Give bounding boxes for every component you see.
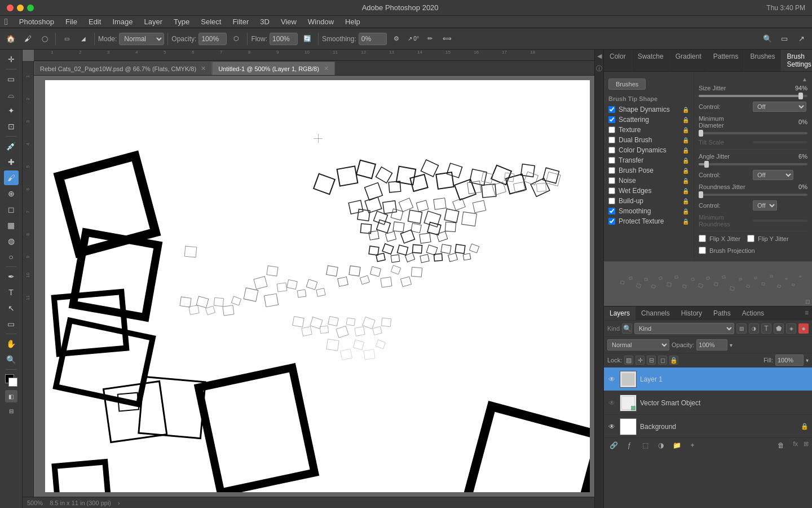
- symmetry-icon[interactable]: ⟺: [440, 32, 454, 46]
- layers-tab[interactable]: Layers: [604, 306, 636, 320]
- wet-edges-item[interactable]: Wet Edges 🔒: [604, 186, 694, 196]
- flip-x-checkbox[interactable]: [699, 235, 706, 242]
- quick-mask-btn[interactable]: ◧: [5, 390, 17, 402]
- size-jitter-track[interactable]: [699, 95, 807, 97]
- new-group-btn[interactable]: 📁: [670, 440, 683, 450]
- brushes-btn[interactable]: Brushes: [608, 78, 646, 90]
- lock-vector-icon[interactable]: ◻: [658, 356, 667, 365]
- texture-checkbox[interactable]: [608, 126, 615, 133]
- vector-visibility[interactable]: 👁: [607, 398, 616, 408]
- tab-color[interactable]: Color: [604, 50, 632, 71]
- tab-swatches[interactable]: Swatche: [632, 50, 670, 71]
- shape-filter-icon[interactable]: ⬟: [774, 323, 784, 334]
- tab-brushes[interactable]: Brushes: [744, 50, 781, 71]
- scattering-lock[interactable]: 🔒: [682, 117, 689, 123]
- link-layers-btn[interactable]: 🔗: [607, 440, 620, 450]
- mode-select[interactable]: Normal Multiply Screen: [119, 33, 164, 45]
- tab-brush-settings[interactable]: Brush Settings: [781, 50, 812, 71]
- layer-item-vector[interactable]: 👁 Vector Smart Object: [604, 391, 812, 415]
- menu-edit[interactable]: Edit: [84, 17, 105, 27]
- menu-filter[interactable]: Filter: [228, 17, 253, 27]
- smoothing-lock[interactable]: 🔒: [682, 208, 689, 214]
- doc-tab-1[interactable]: Rebel Cats_02_Page10W.psd @ 66.7% (Flats…: [34, 62, 212, 75]
- expand-icon[interactable]: ▲: [802, 76, 807, 82]
- layer-mask-btn[interactable]: ⬚: [639, 440, 651, 450]
- menu-select[interactable]: Select: [196, 17, 226, 27]
- brush-pose-lock[interactable]: 🔒: [682, 168, 689, 174]
- smoothing-checkbox[interactable]: [608, 208, 615, 214]
- pressure-icon[interactable]: ✏: [423, 32, 438, 46]
- control-select-3[interactable]: Off: [753, 200, 777, 211]
- clone-tool[interactable]: ⊕: [4, 186, 19, 201]
- panel-collapse-icon[interactable]: ◀: [595, 52, 603, 60]
- layer-item-background[interactable]: 👁 Background 🔒: [604, 415, 812, 437]
- preview-expand[interactable]: ⊡: [805, 299, 810, 305]
- layer-item-1[interactable]: 👁 Layer 1: [604, 367, 812, 391]
- paths-tab[interactable]: Paths: [708, 306, 736, 320]
- menu-image[interactable]: Image: [108, 17, 137, 27]
- move-tool[interactable]: ✛: [4, 52, 19, 67]
- smoothing-settings[interactable]: ⚙: [389, 32, 404, 46]
- healing-tool[interactable]: ✚: [4, 155, 19, 169]
- menu-layer[interactable]: Layer: [140, 17, 167, 27]
- menu-3d[interactable]: 3D: [255, 17, 274, 27]
- bottom-more[interactable]: ⊞: [804, 440, 809, 450]
- menu-window[interactable]: Window: [303, 17, 338, 27]
- new-layer-btn[interactable]: +: [686, 440, 699, 450]
- bg-visibility[interactable]: 👁: [607, 422, 616, 431]
- hand-tool[interactable]: ✋: [4, 336, 19, 351]
- maximize-button[interactable]: [27, 5, 34, 11]
- control-select-2[interactable]: Off Direction: [753, 170, 793, 180]
- doc-tab-1-close[interactable]: ✕: [201, 65, 206, 72]
- texture-item[interactable]: Texture 🔒: [604, 125, 694, 135]
- flip-y-checkbox[interactable]: [747, 235, 754, 242]
- lock-artboard-icon[interactable]: ⊟: [647, 356, 656, 365]
- background-color[interactable]: [8, 378, 17, 387]
- protect-texture-lock[interactable]: 🔒: [682, 218, 689, 225]
- brush-size-up[interactable]: ◯: [37, 32, 52, 46]
- close-button[interactable]: [7, 5, 14, 11]
- type-filter-icon[interactable]: T: [761, 323, 771, 334]
- panel-icons[interactable]: ◀ ⓘ: [594, 50, 603, 508]
- blend-mode-select[interactable]: Normal Multiply Screen: [607, 339, 669, 351]
- opacity-input[interactable]: [198, 33, 227, 45]
- brush-projection-checkbox[interactable]: [699, 247, 706, 254]
- noise-item[interactable]: Noise 🔒: [604, 176, 694, 186]
- flow-input[interactable]: [270, 33, 298, 45]
- doc-tab-2-close[interactable]: ✕: [324, 65, 329, 72]
- status-arrow[interactable]: ›: [118, 500, 120, 506]
- opacity-input2[interactable]: [696, 339, 727, 351]
- menu-view[interactable]: View: [276, 17, 301, 27]
- doc-tab-2[interactable]: Untitled-1 @ 500% (Layer 1, RGB/8) ✕: [212, 62, 335, 75]
- lock-all-icon[interactable]: 🔒: [669, 356, 678, 365]
- angle-input[interactable]: ↗ 0°: [406, 32, 421, 46]
- menu-help[interactable]: Help: [341, 17, 365, 27]
- noise-lock[interactable]: 🔒: [682, 178, 689, 184]
- shape-dynamics-item[interactable]: Shape Dynamics 🔒: [604, 104, 694, 115]
- panel-info-icon[interactable]: ⓘ: [595, 64, 603, 72]
- adjustment-filter-icon[interactable]: ◑: [749, 323, 759, 334]
- transfer-lock[interactable]: 🔒: [682, 157, 689, 164]
- color-preview[interactable]: [5, 374, 17, 387]
- transfer-checkbox[interactable]: [608, 157, 615, 164]
- brush-tool[interactable]: 🖌: [20, 32, 35, 46]
- view-icon[interactable]: ▭: [777, 32, 792, 46]
- kind-select[interactable]: Kind: [634, 323, 734, 334]
- wet-edges-lock[interactable]: 🔒: [682, 188, 689, 194]
- smart-filter-icon[interactable]: ◈: [786, 323, 796, 334]
- standard-mode-btn[interactable]: ⊟: [5, 405, 17, 417]
- type-tool[interactable]: T: [4, 285, 19, 300]
- pen-tool[interactable]: ✒: [4, 269, 19, 284]
- min-diameter-thumb[interactable]: [699, 130, 703, 137]
- history-tab[interactable]: History: [676, 306, 708, 320]
- build-up-item[interactable]: Build-up 🔒: [604, 196, 694, 206]
- lock-pixels-icon[interactable]: ▨: [624, 356, 633, 365]
- eyedropper-tool[interactable]: 💉: [4, 139, 19, 154]
- marquee-tool[interactable]: ▭: [4, 72, 19, 86]
- home-button[interactable]: 🏠: [3, 32, 18, 46]
- brush-pose-item[interactable]: Brush Pose 🔒: [604, 165, 694, 176]
- build-up-lock[interactable]: 🔒: [682, 198, 689, 204]
- menu-type[interactable]: Type: [169, 17, 194, 27]
- min-diameter-track[interactable]: [699, 132, 807, 134]
- roundness-jitter-thumb[interactable]: [699, 191, 703, 198]
